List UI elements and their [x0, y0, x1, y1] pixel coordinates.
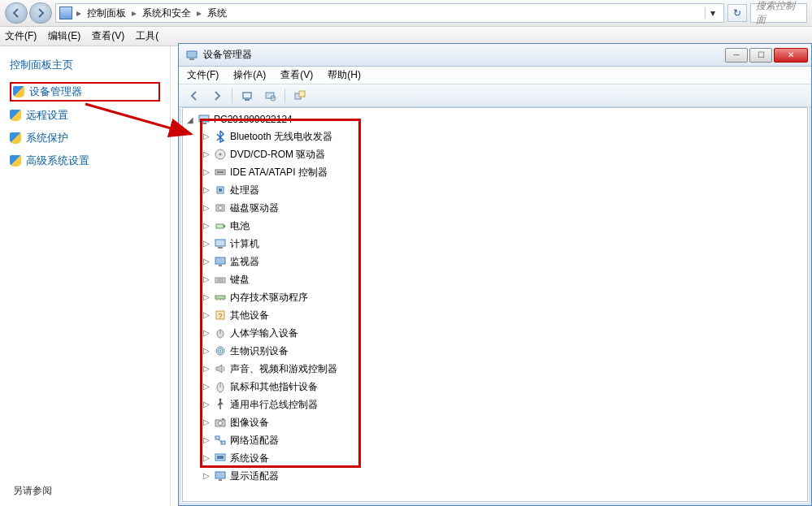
- menu-view[interactable]: 查看(V): [92, 29, 124, 43]
- device-category-item[interactable]: ▷DVD/CD-ROM 驱动器: [183, 145, 807, 163]
- svg-point-18: [219, 206, 223, 210]
- search-input[interactable]: 搜索控制面: [750, 3, 807, 23]
- device-category-item[interactable]: ▷显示适配器: [183, 467, 807, 485]
- svg-rect-4: [245, 99, 250, 101]
- device-category-item[interactable]: ▷生物识别设备: [183, 342, 807, 360]
- expander-icon[interactable]: ▷: [202, 361, 211, 376]
- toolbar-separator: [232, 89, 232, 103]
- expander-icon[interactable]: ▷: [202, 379, 211, 394]
- device-category-item[interactable]: ▷磁盘驱动器: [183, 199, 807, 217]
- refresh-button[interactable]: ↻: [727, 4, 747, 22]
- device-manager-icon: [185, 49, 198, 62]
- svg-point-38: [219, 350, 221, 352]
- toolbar-refresh-button[interactable]: [289, 87, 310, 105]
- toolbar-forward-button[interactable]: [206, 87, 228, 105]
- expander-icon[interactable]: ▷: [202, 272, 211, 287]
- expander-icon[interactable]: ▷: [202, 183, 211, 197]
- window-title: 设备管理器: [203, 48, 723, 62]
- sidebar-link[interactable]: 系统保护: [10, 129, 160, 147]
- menu-tools[interactable]: 工具(: [136, 29, 158, 43]
- breadcrumb-item[interactable]: 系统和安全: [141, 6, 193, 20]
- sidebar-link[interactable]: 高级系统设置: [10, 152, 160, 170]
- chevron-right-icon: ▸: [74, 7, 84, 19]
- device-category-label: 系统设备: [230, 451, 269, 465]
- device-category-label: 网络适配器: [230, 433, 279, 448]
- device-category-label: 处理器: [230, 183, 259, 197]
- expander-icon[interactable]: ▷: [202, 129, 211, 144]
- expander-icon[interactable]: ▷: [202, 344, 211, 358]
- display-icon: [214, 469, 227, 482]
- breadcrumb-dropdown-icon[interactable]: ▾: [705, 7, 720, 19]
- dm-menu-help[interactable]: 帮助(H): [328, 68, 361, 82]
- control-panel-home-link[interactable]: 控制面板主页: [10, 58, 160, 72]
- maximize-button[interactable]: ☐: [749, 48, 772, 63]
- expander-icon[interactable]: ◢: [186, 115, 194, 124]
- titlebar[interactable]: 设备管理器 ─ ☐ ✕: [179, 44, 811, 67]
- expander-icon[interactable]: ▷: [202, 308, 211, 322]
- device-category-item[interactable]: ▷系统设备: [183, 449, 807, 467]
- disc-icon: [214, 148, 227, 161]
- toolbar-properties-button[interactable]: [259, 87, 280, 105]
- close-button[interactable]: ✕: [774, 48, 808, 63]
- expander-icon[interactable]: ▷: [202, 469, 211, 483]
- dm-menu-view[interactable]: 查看(V): [280, 68, 313, 82]
- device-category-item[interactable]: ▷人体学输入设备: [183, 324, 807, 342]
- expander-icon[interactable]: ▷: [202, 254, 211, 269]
- device-category-item[interactable]: ▷计算机: [183, 235, 807, 253]
- device-category-item[interactable]: ▷声音、视频和游戏控制器: [183, 360, 807, 378]
- expander-icon[interactable]: ▷: [202, 433, 211, 448]
- expander-icon[interactable]: ▷: [202, 165, 211, 179]
- expander-icon[interactable]: ▷: [202, 397, 211, 412]
- svg-rect-45: [215, 436, 219, 439]
- svg-rect-20: [224, 225, 225, 227]
- tree-root-node[interactable]: ◢ PC201809022124: [183, 111, 807, 128]
- expander-icon[interactable]: ▷: [202, 290, 211, 305]
- keyboard-icon: [214, 273, 227, 286]
- menu-edit[interactable]: 编辑(E): [48, 29, 80, 43]
- device-category-item[interactable]: ▷图像设备: [183, 413, 807, 431]
- minimize-button[interactable]: ─: [725, 48, 748, 63]
- device-category-item[interactable]: ▷监视器: [183, 253, 807, 270]
- nav-back-button[interactable]: [5, 2, 28, 24]
- breadcrumb-item[interactable]: 控制面板: [85, 6, 128, 20]
- toolbar-scan-button[interactable]: [237, 87, 258, 105]
- breadcrumb[interactable]: ▸ 控制面板 ▸ 系统和安全 ▸ 系统 ▾: [55, 3, 724, 23]
- toolbar-back-button[interactable]: [184, 87, 205, 105]
- device-category-item[interactable]: ▷电池: [183, 217, 807, 235]
- dm-menu-action[interactable]: 操作(A): [233, 68, 266, 82]
- menu-file[interactable]: 文件(F): [5, 29, 37, 43]
- device-category-item[interactable]: ▷?其他设备: [183, 306, 807, 324]
- system-icon: [214, 452, 227, 465]
- device-category-label: 计算机: [230, 236, 259, 251]
- sidebar-link[interactable]: 设备管理器: [10, 82, 160, 102]
- ide-icon: [214, 166, 227, 179]
- sidebar-link[interactable]: 远程设置: [10, 106, 160, 124]
- device-category-item[interactable]: ▷处理器: [183, 181, 807, 199]
- device-category-label: 图像设备: [230, 415, 269, 430]
- device-category-item[interactable]: ▷内存技术驱动程序: [183, 288, 807, 306]
- svg-point-12: [219, 154, 222, 156]
- device-category-item[interactable]: ▷鼠标和其他指针设备: [183, 378, 807, 396]
- expander-icon[interactable]: ▷: [202, 415, 211, 430]
- expander-icon[interactable]: ▷: [202, 451, 211, 465]
- nav-forward-button[interactable]: [29, 2, 52, 24]
- expander-icon[interactable]: ▷: [202, 201, 211, 215]
- audio-icon: [214, 362, 227, 375]
- device-tree: ◢ PC201809022124 ▷Bluetooth 无线电收发器▷DVD/C…: [183, 108, 807, 488]
- chevron-right-icon: ▸: [129, 7, 139, 19]
- device-category-item[interactable]: ▷IDE ATA/ATAPI 控制器: [183, 163, 807, 181]
- device-category-item[interactable]: ▷键盘: [183, 270, 807, 288]
- device-category-item[interactable]: ▷Bluetooth 无线电收发器: [183, 128, 807, 145]
- expander-icon[interactable]: ▷: [202, 218, 211, 233]
- device-tree-panel[interactable]: ◢ PC201809022124 ▷Bluetooth 无线电收发器▷DVD/C…: [182, 107, 808, 502]
- dm-menu-file[interactable]: 文件(F): [187, 68, 219, 82]
- device-category-item[interactable]: ▷通用串行总线控制器: [183, 396, 807, 413]
- device-category-item[interactable]: ▷网络适配器: [183, 431, 807, 449]
- expander-icon[interactable]: ▷: [202, 326, 211, 340]
- breadcrumb-item[interactable]: 系统: [206, 6, 228, 20]
- shield-icon: [10, 132, 21, 144]
- device-category-label: 显示适配器: [230, 469, 279, 483]
- expander-icon[interactable]: ▷: [202, 236, 211, 251]
- svg-rect-14: [217, 171, 224, 173]
- expander-icon[interactable]: ▷: [202, 147, 211, 162]
